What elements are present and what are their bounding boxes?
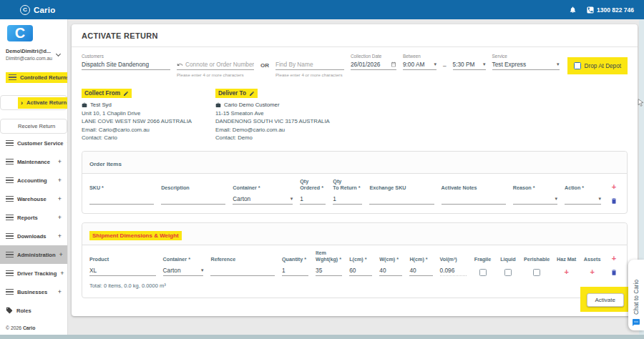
deliver-to-address2: DANDENONG SOUTH VIC 3175 AUSTRALIA xyxy=(215,117,628,126)
expand-icon[interactable]: + xyxy=(58,214,62,221)
perishable-checkbox[interactable] xyxy=(533,269,540,276)
support-phone[interactable]: 1300 822 746 xyxy=(587,6,634,14)
reference-input[interactable] xyxy=(210,267,275,274)
expand-icon[interactable]: + xyxy=(58,158,62,165)
service-label: Service xyxy=(492,54,560,59)
activate-notes-input[interactable] xyxy=(441,195,506,202)
qty-to-return-input[interactable] xyxy=(333,195,362,202)
edit-icon[interactable] xyxy=(249,91,255,97)
sidebar-item-receive-return[interactable]: Receive Return xyxy=(0,119,67,134)
between-to-select[interactable]: 5:30 PM ▾ xyxy=(453,61,486,70)
sidebar-item-customer-service[interactable]: Customer Service + xyxy=(0,134,67,152)
user-account-menu[interactable]: Demo\Dimitri@d... Dimitri@cario.com.au xyxy=(0,44,67,67)
collect-from-title: Collect From xyxy=(82,89,132,98)
customers-select[interactable]: Dispatch Site Dandenong xyxy=(82,61,170,70)
between-label: Between xyxy=(403,54,436,59)
expand-icon[interactable]: + xyxy=(58,177,62,184)
chevron-down-icon: ▾ xyxy=(291,196,293,202)
shipment-title: Shipment Dimensions & Weight xyxy=(89,231,182,240)
action-select[interactable]: ▾ xyxy=(565,195,601,205)
sku-header: SKU * xyxy=(89,179,154,191)
height-input[interactable] xyxy=(409,267,432,274)
briefcase-icon xyxy=(215,102,221,108)
deliver-to-contact: Contact: Demo xyxy=(215,134,628,142)
quantity-header: Quantity * xyxy=(282,250,308,262)
activate-button[interactable]: Activate xyxy=(587,293,624,307)
service-select[interactable]: Test Express ▾ xyxy=(492,61,560,70)
fragile-checkbox[interactable] xyxy=(479,269,487,276)
delete-order-item-icon[interactable] xyxy=(610,195,618,205)
hamburger-icon xyxy=(6,215,14,220)
hamburger-icon xyxy=(9,74,16,80)
width-input[interactable] xyxy=(379,267,402,274)
shipment-container-select[interactable]: Carton ▾ xyxy=(163,267,204,276)
hamburger-icon xyxy=(6,177,14,183)
sidebar-item-maintenance[interactable]: Maintenance + xyxy=(0,152,67,171)
sidebar-item-businesses[interactable]: Businesses + xyxy=(0,282,67,301)
find-by-name-input[interactable] xyxy=(275,61,344,68)
add-haz-mat-icon[interactable]: + xyxy=(564,268,568,276)
delete-shipment-row-icon[interactable] xyxy=(610,267,618,276)
height-header: H(cm) * xyxy=(409,250,432,262)
chevron-down-icon: ▾ xyxy=(483,62,486,67)
deliver-to-name: Cario Demo Customer xyxy=(224,101,280,109)
calendar-icon[interactable] xyxy=(391,62,396,67)
notifications-bell-icon[interactable] xyxy=(569,4,577,16)
description-input[interactable] xyxy=(161,195,225,202)
user-email: Dimitri@cario.com.au xyxy=(6,55,52,62)
sidebar-item-activate-return[interactable]: › Activate Return xyxy=(0,95,67,110)
order-items-title: Order Items xyxy=(89,161,122,167)
expand-icon[interactable]: + xyxy=(60,270,64,277)
hamburger-icon xyxy=(6,140,14,146)
sidebar-item-controlled-returns[interactable]: Controlled Returns − xyxy=(0,68,67,87)
undo-icon[interactable] xyxy=(177,62,183,68)
expand-icon[interactable]: + xyxy=(59,251,63,258)
drop-at-depot-checkbox[interactable] xyxy=(574,62,581,69)
qty-to-return-header: Qty To Return * xyxy=(333,179,362,191)
cario-logo-icon: C xyxy=(20,5,30,15)
sidebar-item-downloads[interactable]: Downloads + xyxy=(0,227,67,245)
exchange-sku-input[interactable] xyxy=(369,195,434,202)
haz-mat-header: Haz Mat xyxy=(557,250,576,262)
addresses-row: Collect From Test Syd Unit 10, 1 Chapl xyxy=(82,85,628,142)
collection-date-field[interactable]: 26/01/2026 xyxy=(351,61,396,70)
sidebar-item-roles[interactable]: Roles xyxy=(0,301,67,320)
length-input[interactable] xyxy=(349,267,372,274)
sidebar-item-accounting[interactable]: Accounting + xyxy=(0,171,67,190)
container-select[interactable]: Carton ▾ xyxy=(233,195,293,205)
between-from-select[interactable]: 9:00 AM ▾ xyxy=(403,61,436,70)
add-order-item-icon[interactable]: + xyxy=(612,183,616,191)
item-weight-input[interactable] xyxy=(316,267,342,274)
tag-icon xyxy=(6,307,13,314)
sidebar-item-reports[interactable]: Reports + xyxy=(0,208,67,227)
sidebar-item-driver-tracking[interactable]: Driver Tracking + xyxy=(0,264,67,282)
sidebar-item-administration[interactable]: Administration + xyxy=(0,245,67,264)
user-name: Demo\Dimitri@d... xyxy=(6,48,52,55)
connote-input[interactable] xyxy=(185,61,254,68)
chevron-down-icon: ▾ xyxy=(434,62,436,67)
briefcase-icon xyxy=(82,102,87,108)
product-input[interactable] xyxy=(89,267,156,274)
reason-select[interactable]: ▾ xyxy=(513,195,557,205)
expand-icon[interactable]: + xyxy=(58,232,62,240)
find-by-name-wrap xyxy=(275,61,344,70)
sidebar-item-warehouse[interactable]: Warehouse + xyxy=(0,190,67,208)
expand-icon[interactable]: + xyxy=(58,195,62,202)
shipment-total: Total: 0 items, 0.0 kg, 0.0000 m³ xyxy=(89,282,620,289)
qty-ordered-input[interactable] xyxy=(300,195,326,202)
chevron-down-icon: ▾ xyxy=(555,196,557,202)
deliver-to-title: Deliver To xyxy=(215,89,258,98)
width-header: W(cm) * xyxy=(379,250,402,262)
find-helper: Please enter 4 or more characters xyxy=(275,72,344,77)
sku-input[interactable] xyxy=(89,195,154,202)
qty-ordered-header: Qty Ordered * xyxy=(300,179,326,191)
edit-icon[interactable] xyxy=(123,91,129,97)
or-label: OR xyxy=(260,54,269,69)
quantity-input[interactable] xyxy=(282,267,308,274)
add-shipment-row-icon[interactable]: + xyxy=(612,255,616,262)
expand-icon[interactable]: + xyxy=(58,288,62,295)
add-asset-icon[interactable]: + xyxy=(590,268,594,276)
reason-header: Reason * xyxy=(513,179,557,191)
liquid-checkbox[interactable] xyxy=(504,269,512,276)
chat-widget[interactable]: Chat to Cario xyxy=(628,260,644,330)
